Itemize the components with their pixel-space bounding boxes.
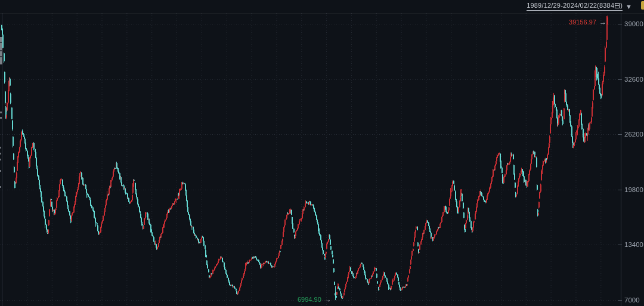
y-axis-label: 32600 <box>624 76 643 84</box>
y-axis-label: 7000 <box>624 296 640 304</box>
kanji-day-glyph <box>615 3 620 8</box>
date-range-prefix: 1989/12/29-2024/02/22(8384 <box>527 2 614 10</box>
cropped-left-axis-fragment <box>0 37 2 64</box>
cropped-yellow-button[interactable] <box>641 1 644 10</box>
y-axis-label: 13400 <box>624 241 643 249</box>
dropdown-caret-icon[interactable]: ▼ <box>626 3 632 10</box>
chart-window: 1989/12/29-2024/02/22(8384) ▼ 3900032600… <box>0 0 644 306</box>
date-range-control[interactable]: 1989/12/29-2024/02/22(8384) ▼ <box>527 2 632 11</box>
y-axis-label: 39000 <box>624 20 643 28</box>
date-range-label: 1989/12/29-2024/02/22(8384) <box>527 2 623 11</box>
y-axis-label: 26200 <box>624 131 643 138</box>
candlestick-canvas[interactable] <box>0 0 644 306</box>
y-axis-label: 19800 <box>624 186 643 194</box>
chart-header: 1989/12/29-2024/02/22(8384) ▼ <box>0 0 644 14</box>
date-range-suffix: ) <box>620 2 623 10</box>
